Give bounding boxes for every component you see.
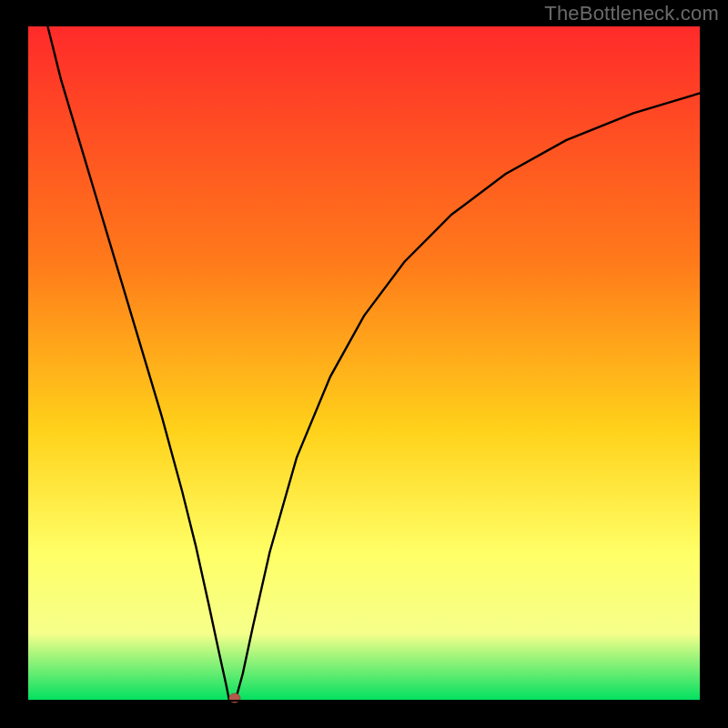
bottleneck-chart bbox=[0, 0, 728, 728]
chart-container: { "watermark": "TheBottleneck.com", "col… bbox=[0, 0, 728, 728]
watermark-text: TheBottleneck.com bbox=[544, 2, 719, 25]
